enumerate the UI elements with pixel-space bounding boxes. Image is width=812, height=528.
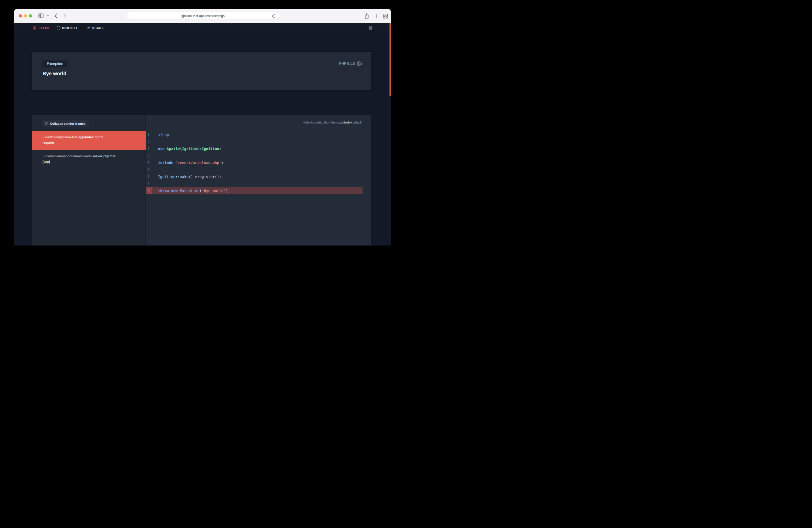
tab-context[interactable]: CONTEXT xyxy=(57,23,78,33)
code-line-3: 3use Spatie\Ignition\Ignition; xyxy=(146,145,362,152)
code-line-7: 7Ignition::make()->register(); xyxy=(146,173,362,180)
php-version: PHP 8.1.0 xyxy=(339,61,355,65)
stack-frame-active[interactable]: ~/dev/code/ignition-test-app/index.php:9… xyxy=(32,131,146,150)
sidebar-toggle-icon[interactable] xyxy=(39,14,44,18)
line-number: 7 xyxy=(146,173,152,180)
code-text xyxy=(152,166,362,173)
tab-stack[interactable]: STACK xyxy=(33,23,50,33)
reload-icon[interactable] xyxy=(272,14,276,18)
url-text: ignition-test-app.test/#settings xyxy=(182,14,225,18)
laravel-icon xyxy=(357,61,362,66)
collapse-icon xyxy=(45,122,48,125)
ignition-navbar: STACK CONTEXT SHARE xyxy=(14,23,391,33)
line-number: 6 xyxy=(146,166,152,173)
code-text xyxy=(152,180,362,187)
ignition-page: Exception Bye world PHP 8.1.0 Collapse v… xyxy=(14,33,391,246)
exception-card: Exception Bye world PHP 8.1.0 xyxy=(32,52,371,90)
code-text: <?php xyxy=(152,131,362,138)
tab-share-label: SHARE xyxy=(92,27,104,29)
code-text: include 'vendor/autoload.php'; xyxy=(152,159,362,166)
frame-path: ~/.composer/vendor/laravel/valet/server.… xyxy=(43,154,141,159)
stack-trace-icon xyxy=(33,26,37,29)
code-lines: 1<?php23use Spatie\Ignition\Ignition;45i… xyxy=(146,131,362,194)
collapse-vendor-frames-label: Collapse vendor frames xyxy=(50,122,86,126)
tab-overview-icon[interactable] xyxy=(383,14,388,18)
tab-share[interactable]: SHARE xyxy=(87,23,104,33)
close-window-button[interactable] xyxy=(19,14,22,17)
code-text: use Spatie\Ignition\Ignition; xyxy=(152,145,362,152)
stack-frame[interactable]: ~/.composer/vendor/laravel/valet/server.… xyxy=(32,150,146,168)
settings-gear-icon[interactable] xyxy=(368,26,373,30)
toolbar-divider xyxy=(45,13,45,19)
exception-message: Bye world xyxy=(43,71,67,76)
code-text: Ignition::make()->register(); xyxy=(152,173,362,180)
code-text xyxy=(152,138,362,145)
line-number: 2 xyxy=(146,138,152,145)
code-line-4: 4 xyxy=(146,152,362,159)
browser-toolbar: ignition-test-app.test/#settings xyxy=(14,9,391,23)
code-text: throw new Exception('Bye world'); xyxy=(152,187,362,194)
line-number: 1 xyxy=(146,131,152,138)
code-line-6: 6 xyxy=(146,166,362,173)
collapse-vendor-frames-button[interactable]: Collapse vendor frames xyxy=(43,120,88,127)
new-tab-icon[interactable] xyxy=(374,14,378,18)
line-number: 3 xyxy=(146,145,152,152)
code-line-5: 5include 'vendor/autoload.php'; xyxy=(146,159,362,166)
tab-context-label: CONTEXT xyxy=(62,27,78,29)
line-number: 5 xyxy=(146,159,152,166)
code-snippet-panel: ~/dev/code/ignition-test-app/index.php:9… xyxy=(146,115,371,246)
code-line-8: 8 xyxy=(146,180,362,187)
code-line-1: 1<?php xyxy=(146,131,362,138)
forward-button-icon[interactable] xyxy=(63,13,67,18)
share-arrow-icon xyxy=(87,26,90,29)
code-line-2: 2 xyxy=(146,138,362,145)
tab-stack-label: STACK xyxy=(39,27,50,29)
line-number: 9 xyxy=(146,187,152,194)
back-button-icon[interactable] xyxy=(54,13,57,18)
zoom-window-button[interactable] xyxy=(29,14,32,17)
page-scrollbar-thumb[interactable] xyxy=(390,23,391,96)
stack-trace-panel: Collapse vendor frames ~/dev/code/igniti… xyxy=(32,115,146,246)
line-number: 4 xyxy=(146,152,152,159)
share-icon[interactable] xyxy=(364,13,369,19)
code-file-path: ~/dev/code/ignition-test-app/index.php:9 xyxy=(303,120,362,124)
context-brackets-icon xyxy=(57,26,60,29)
frame-path: ~/dev/code/ignition-test-app/index.php:9 xyxy=(43,135,141,140)
lock-icon xyxy=(182,14,184,18)
frame-method: [top] xyxy=(43,159,141,164)
frame-method: require xyxy=(43,140,141,145)
browser-window: ignition-test-app.test/#settings xyxy=(14,9,391,246)
chevron-down-icon[interactable] xyxy=(46,15,49,17)
line-number: 8 xyxy=(146,180,152,187)
address-bar[interactable]: ignition-test-app.test/#settings xyxy=(127,12,279,20)
code-text xyxy=(152,152,362,159)
exception-class-badge[interactable]: Exception xyxy=(43,60,68,68)
code-line-9: 9throw new Exception('Bye world'); xyxy=(146,187,362,194)
minimize-window-button[interactable] xyxy=(24,14,27,17)
